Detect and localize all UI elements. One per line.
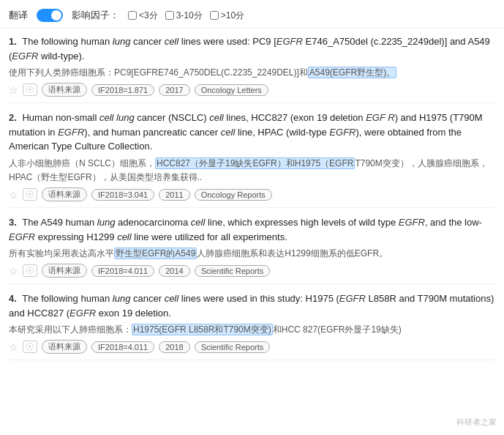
filter-3to10[interactable]: 3-10分 bbox=[165, 10, 203, 22]
result-2-number: 2. bbox=[9, 112, 17, 123]
filter-3to10-checkbox[interactable] bbox=[165, 11, 174, 20]
r2-cite-icon[interactable]: ☉ bbox=[23, 188, 37, 201]
r2-star-icon[interactable]: ☆ bbox=[9, 189, 18, 201]
toggle-knob bbox=[51, 10, 61, 21]
filter-lt3[interactable]: <3分 bbox=[128, 10, 158, 22]
result-1-meta: ☆ ☉ 语料来源 IF2018=1.871 2017 Oncology Lett… bbox=[9, 83, 495, 97]
r1-journal-tag[interactable]: Oncology Letters bbox=[195, 84, 268, 96]
result-1-en: 1. The following human lung cancer cell … bbox=[9, 34, 495, 63]
r2-cn-highlight: HCC827（外显子19缺失EGFR）和H1975（EGFR bbox=[155, 157, 355, 169]
r1-cn-highlight: A549(EGFR野生型)。 bbox=[308, 67, 396, 78]
r3-source-tag[interactable]: 语料来源 bbox=[42, 264, 87, 278]
r4-cite-icon[interactable]: ☉ bbox=[23, 341, 37, 353]
r4-egfr2: EGFR bbox=[69, 308, 96, 319]
r4-year-tag[interactable]: 2018 bbox=[159, 341, 189, 353]
r4-lung: lung bbox=[113, 293, 131, 304]
result-3-cn: 所有实验均采用表达高水平野生型EGFR的A549人肺腺癌细胞系和表达H1299细… bbox=[9, 247, 495, 261]
filter-group: <3分 3-10分 >10分 bbox=[128, 10, 244, 22]
result-item-4: 4. The following human lung cancer cell … bbox=[9, 291, 495, 360]
r3-if-tag[interactable]: IF2018=4.011 bbox=[91, 265, 154, 277]
r4-cn-highlight: H1975(EGFR L858R和T790M突变) bbox=[132, 324, 273, 335]
result-4-number: 4. bbox=[9, 293, 17, 304]
r1-lung: lung bbox=[113, 36, 131, 47]
translate-label: 翻译 bbox=[9, 9, 28, 22]
result-2-meta: ☆ ☉ 语料来源 IF2018=3.041 2011 Oncology Repo… bbox=[9, 187, 495, 201]
r2-egfr3: EGFR bbox=[329, 127, 356, 138]
translate-toggle[interactable] bbox=[37, 9, 63, 22]
filter-lt3-label: <3分 bbox=[139, 10, 158, 22]
r3-egfr1: EGFR bbox=[399, 217, 425, 228]
result-3-en: 3. The A549 human lung adenocarcinoma ce… bbox=[9, 215, 495, 244]
r3-cn-highlight: 野生型EGFR的A549 bbox=[114, 248, 197, 259]
r4-source-tag[interactable]: 语料来源 bbox=[42, 340, 87, 354]
result-item-3: 3. The A549 human lung adenocarcinoma ce… bbox=[9, 215, 495, 284]
r1-star-icon[interactable]: ☆ bbox=[9, 84, 18, 96]
result-item-1: 1. The following human lung cancer cell … bbox=[9, 34, 495, 103]
filter-gt10-label: >10分 bbox=[221, 10, 244, 22]
r2-if-tag[interactable]: IF2018=3.041 bbox=[91, 189, 154, 201]
r4-star-icon[interactable]: ☆ bbox=[9, 341, 18, 353]
r4-cell1: cell bbox=[165, 293, 179, 304]
watermark: 科研者之家 bbox=[456, 417, 497, 428]
result-2-cn: 人非小细胞肺癌（N SCLC）细胞系，HCC827（外显子19缺失EGFR）和H… bbox=[9, 157, 495, 185]
filter-3to10-label: 3-10分 bbox=[176, 10, 203, 22]
r1-egfr1: EGFR bbox=[277, 36, 303, 47]
r4-egfr1: EGFR bbox=[339, 293, 366, 304]
r2-journal-tag[interactable]: Oncology Reports bbox=[195, 189, 272, 201]
r3-star-icon[interactable]: ☆ bbox=[9, 265, 18, 277]
filter-gt10-checkbox[interactable] bbox=[210, 11, 219, 20]
r1-cite-icon[interactable]: ☉ bbox=[23, 83, 37, 96]
results-list: 1. The following human lung cancer cell … bbox=[0, 34, 504, 360]
result-3-number: 3. bbox=[9, 217, 17, 228]
influence-label: 影响因子： bbox=[72, 9, 119, 22]
r3-cite-icon[interactable]: ☉ bbox=[23, 264, 37, 277]
result-4-en: 4. The following human lung cancer cell … bbox=[9, 291, 495, 320]
filter-lt3-checkbox[interactable] bbox=[128, 11, 137, 20]
r4-journal-tag[interactable]: Scientific Reports bbox=[195, 341, 271, 353]
r3-cell1: cell bbox=[191, 217, 206, 228]
result-4-meta: ☆ ☉ 语料来源 IF2018=4.011 2018 Scientific Re… bbox=[9, 340, 495, 354]
r1-cell1: cell bbox=[165, 36, 179, 47]
result-1-number: 1. bbox=[9, 36, 17, 47]
r1-source-tag[interactable]: 语料来源 bbox=[42, 83, 87, 97]
result-3-meta: ☆ ☉ 语料来源 IF2018=4.011 2014 Scientific Re… bbox=[9, 264, 495, 278]
r2-egfr1: EGF R bbox=[366, 112, 395, 123]
r2-egfr2: EGFR bbox=[58, 127, 84, 138]
r3-egfr2: EGFR bbox=[9, 231, 35, 242]
r3-year-tag[interactable]: 2014 bbox=[159, 265, 189, 277]
result-1-cn: 使用下列人类肺癌细胞系：PC9[EGFRE746_A750DEL(C.2235_… bbox=[9, 66, 495, 80]
filter-gt10[interactable]: >10分 bbox=[210, 10, 244, 22]
r2-celll: cell lung bbox=[99, 112, 135, 123]
r4-if-tag[interactable]: IF2018=4.011 bbox=[91, 341, 154, 353]
top-bar: 翻译 影响因子： <3分 3-10分 >10分 bbox=[0, 6, 504, 29]
r2-source-tag[interactable]: 语料来源 bbox=[42, 187, 87, 201]
r3-journal-tag[interactable]: Scientific Reports bbox=[195, 265, 271, 277]
r1-year-tag[interactable]: 2017 bbox=[159, 84, 189, 96]
result-2-en: 2. Human non-small cell lung cancer (NSC… bbox=[9, 111, 495, 154]
r1-egfr2: EGFR bbox=[12, 51, 38, 62]
r2-cell3: cell bbox=[221, 127, 236, 138]
r3-lung: lung bbox=[97, 217, 116, 228]
result-item-2: 2. Human non-small cell lung cancer (NSC… bbox=[9, 111, 495, 208]
r2-cell2: cell bbox=[209, 112, 224, 123]
result-4-cn: 本研究采用以下人肺癌细胞系：H1975(EGFR L858R和T790M突变)和… bbox=[9, 323, 495, 337]
r1-if-tag[interactable]: IF2018=1.871 bbox=[91, 84, 154, 96]
r2-year-tag[interactable]: 2011 bbox=[159, 189, 189, 201]
r3-cell2: cell bbox=[117, 231, 132, 242]
